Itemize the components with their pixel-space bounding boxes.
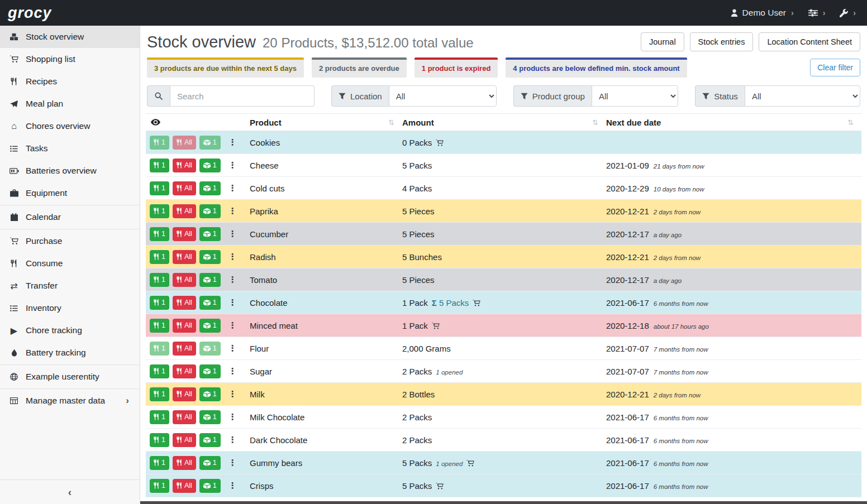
sort-icon[interactable]: ⇅	[592, 118, 598, 127]
product-name[interactable]: Milk	[250, 390, 402, 399]
sidebar-item-calendar[interactable]: Calendar	[0, 206, 140, 228]
status-pill-overdue[interactable]: 2 products are overdue	[312, 57, 407, 78]
product-name[interactable]: Radish	[250, 252, 402, 262]
row-menu-button[interactable]: ⋮	[225, 273, 241, 286]
horizontal-scrollbar[interactable]	[140, 501, 867, 504]
status-pill-expired[interactable]: 1 product is expired	[415, 57, 498, 78]
journal-button[interactable]: Journal	[641, 32, 684, 51]
product-name[interactable]: Tomato	[250, 275, 402, 285]
row-menu-button[interactable]: ⋮	[225, 319, 241, 332]
open-one-button[interactable]: 1	[199, 387, 221, 401]
sidebar-item-consume[interactable]: Consume	[0, 252, 140, 275]
product-name[interactable]: Cucumber	[250, 229, 402, 239]
product-name[interactable]: Gummy bears	[250, 458, 402, 468]
sidebar-item-chore-tracking[interactable]: ▶Chore tracking	[0, 319, 140, 342]
row-menu-button[interactable]: ⋮	[225, 434, 241, 446]
row-menu-button[interactable]: ⋮	[225, 228, 241, 240]
open-one-button[interactable]: 1	[199, 433, 221, 447]
status-select[interactable]: All	[745, 85, 860, 107]
open-one-button[interactable]: 1	[199, 342, 221, 356]
sidebar-item-tasks[interactable]: Tasks	[0, 137, 140, 160]
sidebar-item-example-userentity[interactable]: Example userentity	[0, 366, 140, 388]
sidebar-item-batteries-overview[interactable]: Batteries overview	[0, 160, 140, 182]
consume-all-button[interactable]: All	[173, 410, 196, 424]
row-menu-button[interactable]: ⋮	[225, 182, 241, 194]
sidebar-item-battery-tracking[interactable]: Battery tracking	[0, 342, 140, 364]
row-menu-button[interactable]: ⋮	[225, 251, 241, 263]
consume-all-button[interactable]: All	[173, 136, 196, 150]
sidebar-item-purchase[interactable]: Purchase	[0, 230, 140, 252]
sidebar-item-recipes[interactable]: Recipes	[0, 70, 140, 93]
product-name[interactable]: Milk Chocolate	[250, 412, 402, 422]
consume-one-button[interactable]: 1	[150, 456, 169, 470]
consume-all-button[interactable]: All	[173, 159, 196, 172]
product-name[interactable]: Cold cuts	[250, 184, 402, 193]
consume-one-button[interactable]: 1	[150, 433, 169, 447]
open-one-button[interactable]: 1	[199, 319, 221, 333]
location-content-sheet-button[interactable]: Location Content Sheet	[759, 32, 860, 51]
consume-all-button[interactable]: All	[173, 319, 196, 333]
consume-one-button[interactable]: 1	[150, 136, 169, 150]
row-menu-button[interactable]: ⋮	[225, 479, 241, 492]
product-name[interactable]: Paprika	[250, 207, 402, 216]
row-menu-button[interactable]: ⋮	[225, 136, 241, 148]
consume-all-button[interactable]: All	[173, 296, 196, 310]
admin-menu[interactable]: ›	[840, 8, 856, 17]
open-one-button[interactable]: 1	[199, 456, 221, 470]
sidebar-item-meal-plan[interactable]: Meal plan	[0, 93, 140, 115]
open-one-button[interactable]: 1	[199, 479, 221, 493]
row-menu-button[interactable]: ⋮	[225, 365, 241, 377]
consume-all-button[interactable]: All	[173, 204, 196, 218]
consume-all-button[interactable]: All	[173, 479, 196, 493]
settings-menu[interactable]: ›	[808, 8, 826, 17]
sort-icon[interactable]: ⇅	[847, 118, 854, 127]
consume-one-button[interactable]: 1	[150, 204, 169, 218]
consume-one-button[interactable]: 1	[150, 387, 169, 401]
sidebar-item-shopping-list[interactable]: Shopping list	[0, 48, 140, 70]
consume-all-button[interactable]: All	[173, 456, 196, 470]
clear-filter-button[interactable]: Clear filter	[810, 59, 860, 76]
stock-entries-button[interactable]: Stock entries	[690, 32, 754, 51]
consume-one-button[interactable]: 1	[150, 319, 169, 333]
status-pill-due-soon[interactable]: 3 products are due within the next 5 day…	[147, 57, 304, 78]
consume-all-button[interactable]: All	[173, 227, 196, 241]
sidebar-item-transfer[interactable]: ⇄Transfer	[0, 275, 140, 297]
consume-one-button[interactable]: 1	[150, 296, 169, 310]
consume-one-button[interactable]: 1	[150, 273, 169, 287]
open-one-button[interactable]: 1	[199, 204, 221, 218]
location-select[interactable]: All	[389, 85, 497, 107]
open-one-button[interactable]: 1	[199, 296, 221, 310]
consume-one-button[interactable]: 1	[150, 479, 169, 493]
row-menu-button[interactable]: ⋮	[225, 296, 241, 309]
app-logo[interactable]: grocy	[8, 6, 52, 21]
status-pill-below-min-stock[interactable]: 4 products are below defined min. stock …	[506, 57, 687, 78]
consume-all-button[interactable]: All	[173, 250, 196, 264]
row-menu-button[interactable]: ⋮	[225, 159, 241, 171]
product-name[interactable]: Cheese	[250, 161, 402, 170]
consume-one-button[interactable]: 1	[150, 159, 169, 172]
consume-all-button[interactable]: All	[173, 433, 196, 447]
product-name[interactable]: Cookies	[250, 138, 402, 147]
open-one-button[interactable]: 1	[199, 364, 221, 378]
product-name[interactable]: Crisps	[250, 481, 402, 491]
consume-one-button[interactable]: 1	[150, 227, 169, 241]
sidebar-item-stock-overview[interactable]: Stock overview	[0, 26, 140, 48]
consume-one-button[interactable]: 1	[150, 410, 169, 424]
consume-all-button[interactable]: All	[173, 273, 196, 287]
consume-all-button[interactable]: All	[173, 181, 196, 195]
open-one-button[interactable]: 1	[199, 227, 221, 241]
consume-one-button[interactable]: 1	[150, 250, 169, 264]
open-one-button[interactable]: 1	[199, 273, 221, 287]
column-visibility-header[interactable]	[146, 119, 250, 126]
row-menu-button[interactable]: ⋮	[225, 457, 241, 469]
row-menu-button[interactable]: ⋮	[225, 342, 241, 354]
open-one-button[interactable]: 1	[199, 181, 221, 195]
sidebar-item-manage-master-data[interactable]: Manage master data›	[0, 390, 140, 412]
consume-one-button[interactable]: 1	[150, 364, 169, 378]
open-one-button[interactable]: 1	[199, 136, 221, 150]
row-menu-button[interactable]: ⋮	[225, 411, 241, 423]
column-header-next-due-date[interactable]: Next due date⇅	[606, 118, 861, 127]
open-one-button[interactable]: 1	[199, 250, 221, 264]
product-name[interactable]: Dark Chocolate	[250, 435, 402, 445]
search-input[interactable]	[170, 85, 315, 107]
